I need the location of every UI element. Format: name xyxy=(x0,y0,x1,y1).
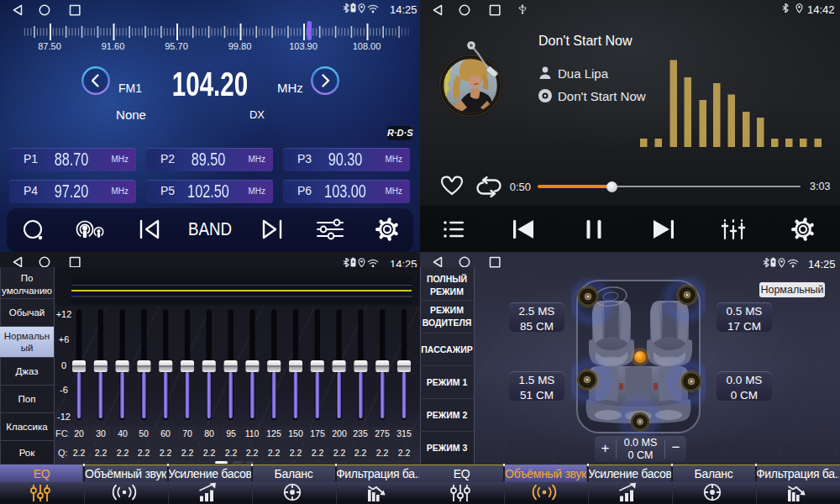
svg-text:BAND: BAND xyxy=(188,219,232,239)
